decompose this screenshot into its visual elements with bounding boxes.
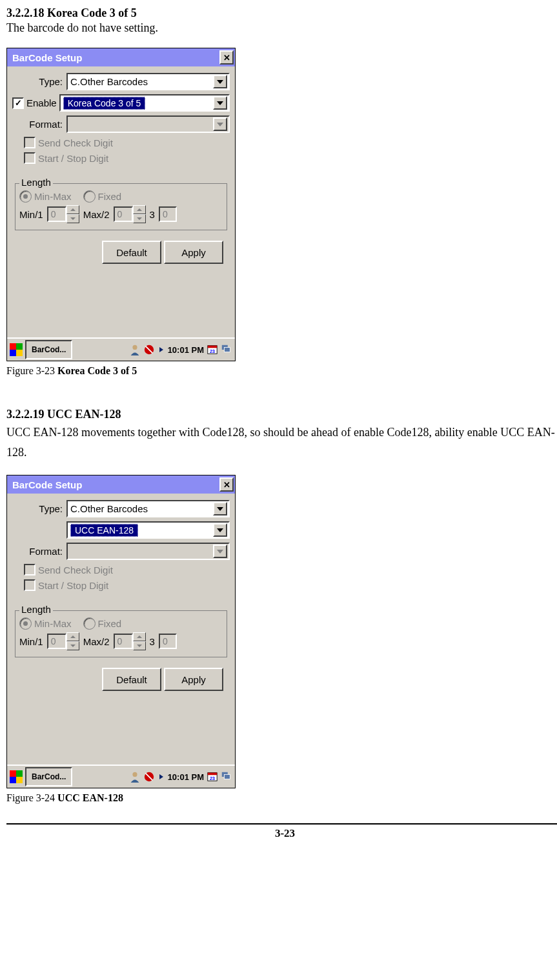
three-spinner: 0: [159, 206, 177, 222]
barcode-name-combo[interactable]: UCC EAN-128: [66, 521, 230, 539]
minmax-radio: [19, 190, 32, 203]
user-tray-icon[interactable]: [129, 344, 141, 355]
max-value: 0: [114, 634, 133, 649]
three-label: 3: [150, 209, 155, 220]
max-label: Max/2: [83, 636, 110, 647]
default-button[interactable]: Default: [102, 241, 161, 264]
window-title: BarCode Setup: [12, 479, 82, 490]
length-label: Length: [19, 604, 53, 615]
format-combo: [66, 543, 230, 560]
type-value: C.Other Barcodes: [70, 76, 148, 87]
three-value: 0: [159, 634, 177, 649]
section-b-text: UCC EAN-128 movements together with Code…: [6, 423, 557, 462]
format-dropdown-icon: [213, 545, 227, 558]
windows-tray-icon[interactable]: [221, 344, 232, 355]
max-value: 0: [114, 206, 133, 222]
type-label: Type:: [12, 76, 63, 87]
svg-point-0: [132, 345, 137, 350]
barcode-setup-dialog-1: BarCode Setup ✕ Type: C.Other Barcodes ✓…: [6, 48, 236, 361]
apply-button[interactable]: Apply: [164, 668, 223, 691]
title-bar: BarCode Setup ✕: [7, 475, 235, 494]
start-stop-label: Start / Stop Digit: [38, 580, 108, 591]
barcode-name-value: Korea Code 3 of 5: [63, 97, 146, 110]
taskbar-app-button[interactable]: BarCod...: [25, 340, 72, 359]
default-button[interactable]: Default: [102, 668, 161, 691]
taskbar-clock: 10:01 PM: [168, 345, 204, 355]
title-bar: BarCode Setup ✕: [7, 48, 235, 66]
format-label: Format:: [12, 546, 63, 557]
svg-text:23: 23: [210, 348, 215, 354]
three-label: 3: [150, 636, 155, 647]
minmax-label: Min-Max: [34, 191, 72, 202]
start-stop-checkbox: [24, 152, 35, 164]
section-a-heading: 3.2.2.18 Korea Code 3 of 5: [6, 6, 557, 20]
section-b-heading: 3.2.2.19 UCC EAN-128: [6, 408, 557, 421]
tray-arrow-icon[interactable]: [159, 774, 163, 779]
page-number: 3-23: [6, 827, 557, 840]
type-combo[interactable]: C.Other Barcodes: [66, 73, 230, 90]
footer-rule: [6, 823, 557, 825]
min-label: Min/1: [19, 209, 43, 220]
format-label: Format:: [12, 119, 63, 130]
apply-button[interactable]: Apply: [164, 241, 223, 264]
length-label: Length: [19, 177, 53, 188]
min-value: 0: [47, 634, 66, 649]
taskbar-clock: 10:01 PM: [168, 772, 204, 782]
close-icon: ✕: [223, 480, 230, 490]
send-check-label: Send Check Digit: [38, 137, 113, 148]
window-title: BarCode Setup: [12, 52, 82, 63]
taskbar: BarCod... 10:01 PM 23: [7, 765, 235, 788]
send-check-checkbox: [24, 564, 35, 575]
svg-rect-7: [224, 347, 230, 352]
enable-label: Enable: [26, 97, 57, 108]
barcode-name-combo[interactable]: Korea Code 3 of 5: [59, 94, 230, 112]
max-spinner: 0: [114, 632, 146, 650]
type-dropdown-icon[interactable]: [213, 502, 227, 515]
start-stop-checkbox: [24, 579, 35, 591]
fixed-radio: [83, 617, 96, 630]
format-dropdown-icon: [213, 117, 227, 131]
svg-text:23: 23: [210, 775, 215, 781]
user-tray-icon[interactable]: [129, 771, 141, 783]
close-button[interactable]: ✕: [219, 50, 234, 65]
fixed-label: Fixed: [98, 191, 122, 202]
windows-tray-icon[interactable]: [221, 771, 232, 783]
barcode-dropdown-icon[interactable]: [213, 96, 227, 110]
three-spinner: 0: [159, 634, 177, 649]
length-fieldset: Length Min-Max Fixed Min/1 0 Max/2: [15, 183, 227, 230]
start-icon[interactable]: [10, 770, 23, 783]
min-spinner: 0: [47, 205, 79, 223]
start-icon[interactable]: [10, 343, 23, 356]
type-value: C.Other Barcodes: [70, 503, 148, 514]
figure-a-caption: Figure 3-23 Korea Code 3 of 5: [6, 365, 557, 377]
tray-arrow-icon[interactable]: [159, 347, 163, 352]
max-spinner: 0: [114, 205, 146, 223]
barcode-dropdown-icon[interactable]: [213, 523, 227, 537]
type-label: Type:: [12, 503, 63, 514]
close-icon: ✕: [223, 53, 230, 63]
start-stop-label: Start / Stop Digit: [38, 153, 108, 164]
length-fieldset: Length Min-Max Fixed Min/1 0 Max/2: [15, 610, 227, 657]
enable-checkbox[interactable]: ✓: [12, 97, 24, 109]
barcode-setup-dialog-2: BarCode Setup ✕ Type: C.Other Barcodes U…: [6, 475, 236, 788]
calendar-tray-icon[interactable]: 23: [207, 344, 218, 355]
type-combo[interactable]: C.Other Barcodes: [66, 500, 230, 517]
section-a-text: The barcode do not have setting.: [6, 21, 557, 35]
min-spinner: 0: [47, 632, 79, 650]
figure-b-caption: Figure 3-24 UCC EAN-128: [6, 792, 557, 804]
svg-point-8: [132, 772, 137, 777]
taskbar-app-button[interactable]: BarCod...: [25, 767, 72, 786]
network-tray-icon[interactable]: [143, 771, 155, 783]
type-dropdown-icon[interactable]: [213, 75, 227, 88]
taskbar: BarCod... 10:01 PM 23: [7, 337, 235, 361]
calendar-tray-icon[interactable]: 23: [207, 771, 218, 783]
close-button[interactable]: ✕: [219, 477, 234, 492]
min-label: Min/1: [19, 636, 43, 647]
minmax-radio: [19, 617, 32, 630]
format-combo: [66, 115, 230, 133]
network-tray-icon[interactable]: [143, 344, 155, 355]
fixed-label: Fixed: [98, 618, 122, 629]
three-value: 0: [159, 206, 177, 222]
fixed-radio: [83, 190, 96, 203]
max-label: Max/2: [83, 209, 110, 220]
